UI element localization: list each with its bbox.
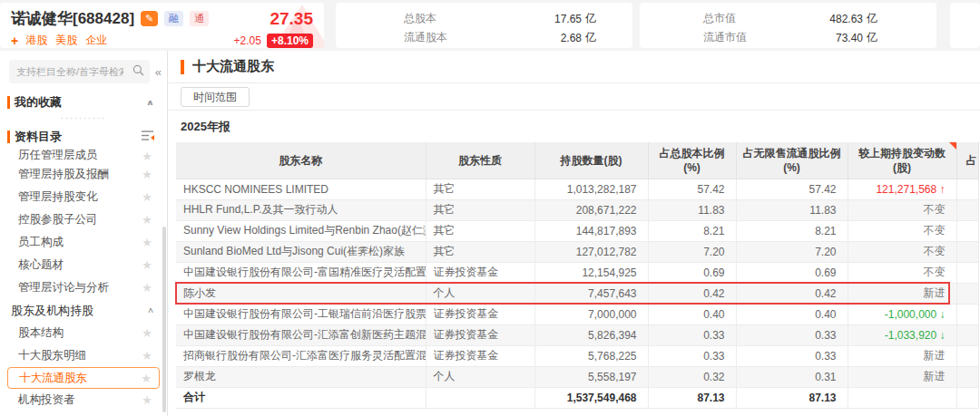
sidebar-item-1[interactable]: 管理层持股及报酬★ <box>0 163 167 186</box>
sidebar-item-7[interactable]: 股东及机构持股∧ <box>0 299 167 322</box>
cell-shares: 7,457,643 <box>534 283 648 304</box>
shareholders-table-wrap: 股东名称股东性质持股数量(股)占总股本比例(%)占无限售流通股比例(%)较上期持… <box>168 142 980 409</box>
sidebar-item-label: 十大股东明细 <box>18 348 86 363</box>
cell-change: 不变 <box>848 199 956 220</box>
cell-shares: 12,154,925 <box>534 262 648 283</box>
chevron-up-icon[interactable]: ∧ <box>146 98 154 107</box>
favorite-star-icon[interactable]: ★ <box>141 372 152 385</box>
stock-price: 27.35 <box>270 9 313 29</box>
sidebar-item-label: 管理层持股变化 <box>18 189 98 205</box>
column-header-5: 较上期持股变动数(股) <box>848 142 956 179</box>
sidebar-item-0[interactable]: 历任管理层成员★ <box>0 149 167 163</box>
table-row: 罗根龙个人5,558,1970.320.31新进 <box>176 366 979 387</box>
cell-name[interactable]: 罗根龙 <box>176 366 426 387</box>
sidebar-item-label: 控股参股子公司 <box>18 212 98 227</box>
cell-name: 合计 <box>176 387 426 408</box>
cell-name[interactable]: 中国建设银行股份有限公司-汇添富创新医药主题混合型证... <box>176 324 426 345</box>
sidebar-search-input[interactable] <box>16 66 123 77</box>
cell-change: 121,271,568 ↑ <box>848 179 956 199</box>
column-header-0: 股东名称 <box>176 142 426 179</box>
cell-pct-float: 0.42 <box>736 283 848 304</box>
table-row: 中国建设银行股份有限公司-富国精准医疗灵活配置混合型...证券投资基金12,15… <box>176 262 979 283</box>
table-total-row: 合计1,537,549,46887.1387.13 <box>176 387 979 408</box>
favorite-star-icon[interactable]: ★ <box>142 190 152 204</box>
sidebar-item-3[interactable]: 控股参股子公司★ <box>0 208 167 231</box>
cell-pct-total: 7.20 <box>648 241 736 262</box>
cell-name[interactable]: HHLR Fund,L.P.及其一致行动人 <box>176 199 426 220</box>
cell-name[interactable]: 陈小发 <box>176 283 426 304</box>
sidebar-item-9[interactable]: 十大股东明细★ <box>0 344 167 367</box>
sidebar-search[interactable] <box>9 60 150 83</box>
sidebar-item-11[interactable]: 机构投资者★ <box>0 389 167 411</box>
favorite-star-icon[interactable]: ★ <box>142 168 152 181</box>
favorite-star-icon[interactable]: ★ <box>142 150 152 163</box>
cell-name[interactable]: 中国建设银行股份有限公司-工银瑞信前沿医疗股票型证券... <box>176 304 426 324</box>
sidebar-section-catalog[interactable]: 资料目录 <box>0 125 167 149</box>
cell-name[interactable]: Sunny View Holdings Limited与Renbin Zhao(… <box>176 220 426 241</box>
sidebar-item-2[interactable]: 管理层持股变化★ <box>0 186 167 208</box>
sidebar-item-label: 员工构成 <box>18 235 64 250</box>
chevron-up-icon[interactable]: ∧ <box>147 305 154 314</box>
favorite-star-icon[interactable]: ★ <box>142 393 152 407</box>
column-header-4: 占无限售流通股比例(%) <box>736 142 848 179</box>
cell-nature: 证券投资基金 <box>426 345 534 366</box>
cell-pct-float: 0.33 <box>736 345 848 366</box>
cell-pct-total: 0.33 <box>648 345 736 366</box>
toolbar: 时间范围 <box>168 83 980 111</box>
locate-catalog-icon[interactable] <box>141 130 154 144</box>
cell-nature: 个人 <box>426 366 534 387</box>
note-corner-icon <box>949 142 956 150</box>
cell-name[interactable]: 招商银行股份有限公司-汇添富医疗服务灵活配置混合型证... <box>176 345 426 366</box>
favorite-star-icon[interactable]: ★ <box>142 213 152 227</box>
cell-pct-float: 0.40 <box>736 304 848 324</box>
cell-pct-float: 0.31 <box>736 366 848 387</box>
link-hk[interactable]: 港股 <box>25 33 47 48</box>
connect-badge: 通 <box>190 11 209 26</box>
cell-pct-float: 8.21 <box>736 220 848 241</box>
favorite-star-icon[interactable]: ★ <box>142 258 152 272</box>
favorite-star-icon[interactable]: ★ <box>142 326 152 340</box>
cell-pct-total: 8.21 <box>648 220 736 241</box>
favorite-star-icon[interactable]: ★ <box>142 281 152 295</box>
sidebar-scrollbar[interactable] <box>162 227 166 412</box>
link-company[interactable]: 企业 <box>85 33 107 48</box>
edit-icon[interactable]: ✎ <box>141 11 158 26</box>
sidebar-item-4[interactable]: 员工构成★ <box>0 231 167 254</box>
panel-resize-handle-icon[interactable]: ⁝⁝ <box>168 305 169 314</box>
cell-nature: 其它 <box>426 199 534 220</box>
table-row: Sunny View Holdings Limited与Renbin Zhao(… <box>176 220 979 241</box>
cell-shares: 127,012,782 <box>534 241 648 262</box>
sidebar-section-favorites[interactable]: 我的收藏 ∧ <box>0 91 167 114</box>
float-shares-label: 流通股本 <box>404 30 447 45</box>
time-range-button[interactable]: 时间范围 <box>181 87 250 107</box>
page-title-bar: 十大流通股东 <box>168 51 980 83</box>
drag-handle[interactable]: ·········· <box>0 114 167 125</box>
sidebar-collapse-icon[interactable]: « <box>155 65 162 79</box>
cell-clipped <box>956 262 979 283</box>
column-header-2: 持股数量(股) <box>534 142 648 179</box>
sidebar-item-label: 十大流通股东 <box>19 371 87 386</box>
search-icon[interactable] <box>132 63 144 80</box>
empty-card <box>950 3 980 48</box>
favorite-star-icon[interactable]: ★ <box>142 236 152 249</box>
sidebar-item-8[interactable]: 股本结构★ <box>0 322 167 344</box>
stock-title: 诺诚健华[688428] <box>11 8 134 29</box>
cell-shares: 5,826,394 <box>534 324 648 345</box>
cell-shares: 208,671,222 <box>534 199 648 220</box>
sidebar-item-12[interactable]: 一致行动人★ <box>0 411 167 416</box>
cell-shares: 5,768,225 <box>534 345 648 366</box>
total-shares-label: 总股本 <box>404 11 436 26</box>
favorite-star-icon[interactable]: ★ <box>142 349 152 363</box>
cell-name[interactable]: Sunland BioMed Ltd与Jisong Cui(崔霁松)家族 <box>176 241 426 262</box>
cell-change: 新进 <box>848 366 956 387</box>
cell-pct-total: 0.40 <box>648 304 736 324</box>
add-icon[interactable]: + <box>11 34 18 48</box>
table-row: 陈小发个人7,457,6430.420.42新进 <box>176 283 979 304</box>
sidebar-item-6[interactable]: 管理层讨论与分析★ <box>0 276 167 299</box>
cell-name[interactable]: HKSCC NOMINEES LIMITED <box>176 179 426 199</box>
cell-name[interactable]: 中国建设银行股份有限公司-富国精准医疗灵活配置混合型... <box>176 262 426 283</box>
link-us[interactable]: 美股 <box>55 33 77 48</box>
sidebar-item-5[interactable]: 核心题材★ <box>0 254 167 276</box>
column-header-1: 股东性质 <box>426 142 534 179</box>
sidebar-item-10[interactable]: 十大流通股东★ <box>7 367 160 389</box>
